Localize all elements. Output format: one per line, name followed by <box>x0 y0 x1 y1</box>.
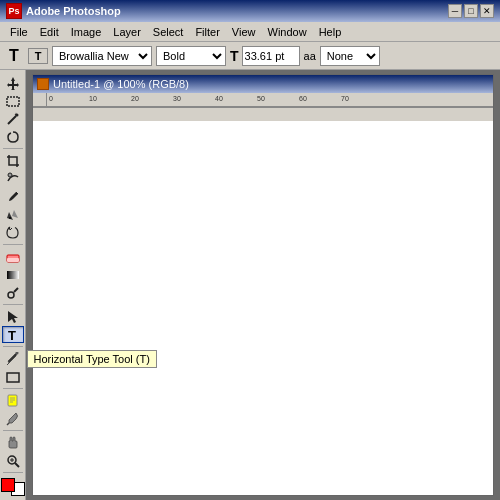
options-bar: T T Browallia New Bold Regular Italic T … <box>0 42 500 70</box>
tool-separator-3 <box>3 304 23 305</box>
antialias-label: aa <box>304 50 316 62</box>
font-size-icon: T <box>230 48 239 64</box>
tool-notes[interactable] <box>2 392 24 409</box>
menu-image[interactable]: Image <box>65 24 108 40</box>
minimize-button[interactable]: ─ <box>448 4 462 18</box>
tool-history[interactable] <box>2 224 24 241</box>
app-title: Adobe Photoshop <box>26 5 444 17</box>
main-area: T Horizontal Type Tool (T) <box>0 70 500 500</box>
tool-lasso[interactable] <box>2 128 24 145</box>
app-icon: Ps <box>6 3 22 19</box>
document-titlebar: Untitled-1 @ 100% (RGB/8) <box>33 75 493 93</box>
menu-bar: File Edit Image Layer Select Filter View… <box>0 22 500 42</box>
type-tool-icon: T <box>4 45 24 67</box>
svg-line-21 <box>7 423 9 425</box>
tool-dodge[interactable] <box>2 284 24 301</box>
tool-type[interactable]: T Horizontal Type Tool (T) <box>2 326 24 343</box>
tool-path-select[interactable] <box>2 308 24 325</box>
menu-filter[interactable]: Filter <box>189 24 225 40</box>
svg-marker-0 <box>7 77 19 90</box>
scrollbar-horizontal[interactable] <box>33 107 493 121</box>
tool-zoom[interactable] <box>2 452 24 469</box>
tool-heal[interactable] <box>2 170 24 187</box>
svg-point-4 <box>15 113 18 116</box>
document-body: 0 10 20 30 40 50 60 70 0 <box>33 93 493 121</box>
svg-point-11 <box>8 292 14 298</box>
document-window: Untitled-1 @ 100% (RGB/8) 0 10 20 30 40 <box>32 74 494 496</box>
font-size-wrapper: T <box>230 46 300 66</box>
tool-shape[interactable] <box>2 368 24 385</box>
menu-view[interactable]: View <box>226 24 262 40</box>
svg-rect-9 <box>7 258 19 262</box>
svg-rect-17 <box>8 395 17 406</box>
tool-eyedropper[interactable] <box>2 410 24 427</box>
ruler-corner <box>33 93 47 107</box>
menu-layer[interactable]: Layer <box>107 24 147 40</box>
tool-move[interactable] <box>2 74 24 91</box>
svg-rect-16 <box>7 373 19 382</box>
svg-line-23 <box>15 463 19 467</box>
tool-marquee-rect[interactable] <box>2 92 24 109</box>
maximize-button[interactable]: □ <box>464 4 478 18</box>
tool-magic-wand[interactable] <box>2 110 24 127</box>
tool-separator-7 <box>3 472 23 473</box>
menu-file[interactable]: File <box>4 24 34 40</box>
close-button[interactable]: ✕ <box>480 4 494 18</box>
antialias-select[interactable]: None Sharp Crisp Strong Smooth <box>320 46 380 66</box>
tool-crop[interactable] <box>2 152 24 169</box>
svg-rect-10 <box>7 271 19 279</box>
svg-text:T: T <box>8 328 16 342</box>
color-swatches[interactable] <box>1 478 25 496</box>
ruler-horizontal: 0 10 20 30 40 50 60 70 <box>47 93 493 107</box>
tool-hand[interactable] <box>2 434 24 451</box>
tool-eraser[interactable] <box>2 248 24 265</box>
canvas-area: Untitled-1 @ 100% (RGB/8) 0 10 20 30 40 <box>26 70 500 500</box>
doc-icon <box>37 78 49 90</box>
title-bar: Ps Adobe Photoshop ─ □ ✕ <box>0 0 500 22</box>
tool-separator-4 <box>3 346 23 347</box>
toolbox: T Horizontal Type Tool (T) <box>0 70 26 500</box>
tool-separator-6 <box>3 430 23 431</box>
menu-help[interactable]: Help <box>313 24 348 40</box>
tool-clone[interactable] <box>2 206 24 223</box>
menu-edit[interactable]: Edit <box>34 24 65 40</box>
tool-separator-1 <box>3 148 23 149</box>
tool-gradient[interactable] <box>2 266 24 283</box>
document-title: Untitled-1 @ 100% (RGB/8) <box>53 78 189 90</box>
menu-select[interactable]: Select <box>147 24 190 40</box>
tooltip-type-tool: Horizontal Type Tool (T) <box>27 350 157 368</box>
menu-window[interactable]: Window <box>262 24 313 40</box>
svg-rect-1 <box>7 97 19 106</box>
type-tool-icon2: T <box>28 48 48 64</box>
svg-point-7 <box>9 217 11 219</box>
ruler-top-row: 0 10 20 30 40 50 60 70 <box>33 93 493 107</box>
tool-brush[interactable] <box>2 188 24 205</box>
svg-line-2 <box>8 116 16 124</box>
svg-marker-13 <box>8 311 18 323</box>
tool-pen[interactable] <box>2 350 24 367</box>
tool-separator-5 <box>3 388 23 389</box>
svg-line-12 <box>14 288 18 292</box>
foreground-color[interactable] <box>1 478 15 492</box>
tool-separator-2 <box>3 244 23 245</box>
font-name-select[interactable]: Browallia New <box>52 46 152 66</box>
font-size-input[interactable] <box>242 46 300 66</box>
svg-point-5 <box>8 173 12 177</box>
window-controls: ─ □ ✕ <box>448 4 494 18</box>
font-style-select[interactable]: Bold Regular Italic <box>156 46 226 66</box>
